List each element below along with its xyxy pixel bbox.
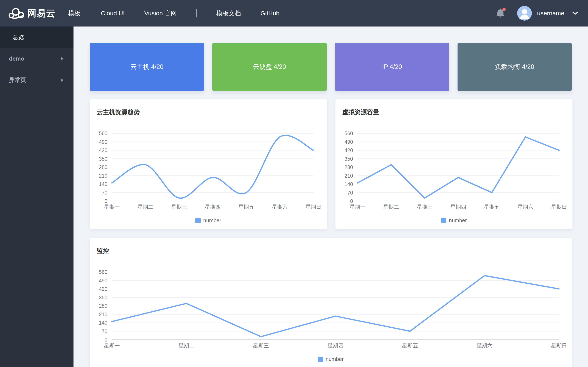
svg-text:星期日: 星期日 [551,342,567,349]
username-label[interactable]: username [537,10,564,17]
svg-text:210: 210 [99,173,107,179]
svg-text:星期一: 星期一 [104,204,120,210]
svg-text:140: 140 [99,181,107,187]
nav-link-vusion[interactable]: Vusion 官网 [144,9,177,17]
legend-swatch [441,218,446,223]
sidebar-item-label: demo [9,55,24,62]
stat-card-label: 云主机 4/20 [130,63,164,71]
svg-text:星期六: 星期六 [272,204,288,210]
avatar[interactable] [517,6,532,21]
svg-text:星期六: 星期六 [476,342,493,349]
svg-text:星期四: 星期四 [205,204,221,210]
svg-text:0: 0 [104,337,107,342]
chart-title: 监控 [97,246,566,256]
brand-product: 模板 [68,9,80,17]
svg-text:星期一: 星期一 [104,342,120,349]
main-content: 云主机 4/20 云硬盘 4/20 IP 4/20 负载均衡 4/20 云主机资… [73,26,588,367]
nav-link-cloud-ui[interactable]: Cloud UI [101,10,125,17]
svg-text:350: 350 [99,156,107,162]
svg-text:星期二: 星期二 [178,342,194,349]
svg-text:星期一: 星期一 [350,204,365,210]
stat-card-label: 负载均衡 4/20 [495,63,534,71]
stat-card-ip[interactable]: IP 4/20 [335,43,449,91]
nav-link-github[interactable]: GitHub [260,10,279,17]
nav-link-template-docs[interactable]: 模板文档 [216,9,241,17]
svg-text:350: 350 [345,156,353,162]
netease-cloud-logo-icon [9,7,25,19]
line-chart-host-trend: 070140210280350420490560星期一星期二星期三星期四星期五星… [95,128,321,214]
chart-card-monitoring: 监控 070140210280350420490560星期一星期二星期三星期四星… [90,238,572,367]
svg-text:星期二: 星期二 [138,204,154,210]
svg-text:560: 560 [99,269,107,275]
chevron-down-icon[interactable] [572,11,578,15]
chart-legend[interactable]: number [95,217,321,224]
svg-text:星期五: 星期五 [238,204,254,210]
brand[interactable]: 网易云 模板 [9,7,80,19]
svg-text:星期三: 星期三 [417,204,433,210]
line-chart-virtual-capacity: 070140210280350420490560星期一星期二星期三星期四星期五星… [341,128,567,214]
svg-text:星期四: 星期四 [450,204,466,210]
legend-label: number [326,356,344,362]
svg-text:280: 280 [99,303,107,309]
chart-title: 虚拟资源容量 [342,108,567,117]
svg-text:490: 490 [345,139,353,145]
sidebar-item-label: 总览 [13,34,24,41]
sidebar-item-demo[interactable]: demo [0,48,73,69]
stat-card-cloud-disk[interactable]: 云硬盘 4/20 [212,43,327,91]
sidebar-item-overview[interactable]: 总览 [0,26,73,48]
chart-card-virtual-capacity: 虚拟资源容量 070140210280350420490560星期一星期二星期三… [336,99,572,229]
svg-text:560: 560 [99,131,107,136]
sidebar: 总览 demo 异常页 [0,26,73,367]
chart-legend[interactable]: number [95,356,566,362]
svg-text:星期三: 星期三 [171,204,187,210]
svg-text:星期六: 星期六 [518,204,534,210]
navbar-right: username [496,6,578,21]
svg-text:0: 0 [350,198,353,204]
stat-card-row: 云主机 4/20 云硬盘 4/20 IP 4/20 负载均衡 4/20 [90,43,572,91]
chart-card-host-trend: 云主机资源趋势 070140210280350420490560星期一星期二星期… [90,99,327,229]
svg-text:420: 420 [99,286,107,292]
nav-divider [196,9,197,17]
notification-bell-button[interactable] [496,8,505,18]
top-navbar: 网易云 模板 Cloud UI Vusion 官网 模板文档 GitHub [0,0,588,26]
svg-text:星期二: 星期二 [383,204,399,210]
sidebar-item-label: 异常页 [9,76,26,84]
svg-text:星期五: 星期五 [484,204,500,210]
svg-text:0: 0 [104,198,107,204]
page: 网易云 模板 Cloud UI Vusion 官网 模板文档 GitHub [0,0,588,367]
chevron-right-icon [61,57,64,61]
svg-text:420: 420 [345,147,353,153]
legend-swatch [195,218,201,223]
chart-legend[interactable]: number [341,217,567,224]
brand-divider [62,9,62,17]
stat-card-label: 云硬盘 4/20 [253,63,286,71]
svg-text:280: 280 [99,164,107,170]
svg-text:350: 350 [99,295,107,300]
line-chart-monitoring: 070140210280350420490560星期一星期二星期三星期四星期五星… [95,267,567,352]
svg-text:星期三: 星期三 [253,342,269,349]
user-avatar-icon [517,6,532,21]
svg-text:420: 420 [99,147,107,153]
svg-text:280: 280 [345,164,353,170]
svg-text:70: 70 [102,190,107,196]
svg-text:140: 140 [99,320,107,325]
svg-text:210: 210 [345,173,353,179]
chevron-right-icon [61,78,64,82]
svg-text:星期五: 星期五 [402,342,418,349]
nav-links: Cloud UI Vusion 官网 模板文档 GitHub [101,9,299,17]
svg-text:星期日: 星期日 [305,204,321,210]
svg-text:490: 490 [99,139,107,145]
stat-card-label: IP 4/20 [382,63,402,71]
svg-text:560: 560 [345,131,353,136]
sidebar-item-error-pages[interactable]: 异常页 [0,69,73,91]
svg-text:星期四: 星期四 [328,342,343,349]
brand-name: 网易云 [27,7,56,19]
svg-text:210: 210 [99,312,107,317]
stat-card-cloud-host[interactable]: 云主机 4/20 [90,43,204,91]
legend-label: number [203,217,221,224]
notification-badge-dot [502,8,506,11]
chart-title: 云主机资源趋势 [97,108,321,117]
svg-text:140: 140 [345,181,353,187]
svg-text:70: 70 [102,328,107,334]
stat-card-load-balancer[interactable]: 负载均衡 4/20 [458,43,572,91]
